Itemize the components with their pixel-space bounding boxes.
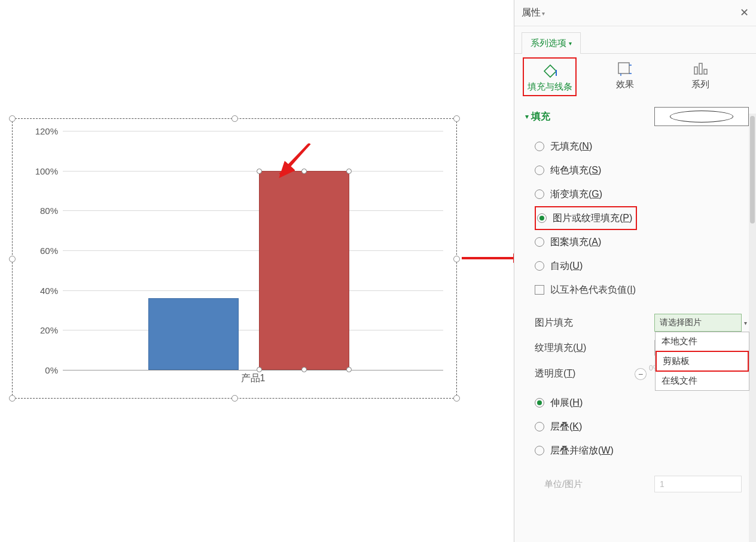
resize-handle[interactable] [231, 395, 238, 402]
chart-bar-series2-selected[interactable] [259, 171, 349, 370]
unit-per-picture-input[interactable] [654, 476, 742, 492]
svg-rect-8 [694, 67, 697, 74]
svg-rect-7 [618, 63, 629, 74]
picture-fill-label: 图片填充 [535, 317, 654, 329]
fill-option-none[interactable]: 无填充(N) [535, 134, 749, 158]
effects-icon [599, 59, 651, 79]
resize-handle[interactable] [9, 256, 16, 262]
close-icon[interactable]: ✕ [740, 8, 749, 18]
transparency-label: 透明度(T) [535, 368, 635, 380]
y-tick: 60% [26, 246, 58, 256]
mode-stack-scale[interactable]: 层叠并缩放(W) [535, 439, 749, 463]
picture-select-dropdown[interactable]: 请选择图片▾ 本地文件 剪贴板 在线文件 [654, 314, 742, 332]
bar-select-handle[interactable] [257, 367, 262, 372]
resize-handle[interactable] [9, 395, 16, 402]
chart-container[interactable]: 0% 20% 40% 60% 80% 100% 120% [12, 118, 457, 399]
ellipse-icon [670, 111, 733, 123]
chart-bar-series1[interactable] [148, 298, 239, 370]
panel-scrollbar[interactable] [749, 114, 756, 542]
tab-series[interactable]: 系列 [675, 59, 726, 95]
invert-negative-checkbox[interactable]: 以互补色代表负值(I) [535, 278, 749, 302]
bar-select-handle[interactable] [301, 169, 307, 174]
mode-stretch[interactable]: 伸展(H) [535, 391, 749, 415]
picture-option-online[interactable]: 在线文件 [656, 372, 749, 390]
svg-rect-9 [699, 63, 702, 74]
mode-stack[interactable]: 层叠(K) [535, 415, 749, 439]
section-collapse-icon[interactable]: ▾ [525, 112, 529, 121]
y-tick: 40% [26, 285, 58, 295]
tab-fill-and-line[interactable]: 填充与线条 [524, 59, 575, 95]
bar-select-handle[interactable] [346, 169, 352, 174]
bar-select-handle[interactable] [301, 367, 307, 372]
resize-handle[interactable] [231, 115, 238, 122]
chart-plot-area: 0% 20% 40% 60% 80% 100% 120% [26, 131, 443, 387]
tab-effects[interactable]: 效果 [599, 59, 651, 95]
y-tick: 120% [26, 126, 58, 136]
y-tick: 0% [26, 365, 58, 375]
chart-x-label: 产品1 [63, 372, 443, 385]
picture-select-menu: 本地文件 剪贴板 在线文件 [655, 332, 749, 391]
chart-y-axis: 0% 20% 40% 60% 80% 100% 120% [26, 131, 60, 370]
unit-per-picture-label: 单位/图片 [544, 479, 654, 490]
fill-option-auto[interactable]: 自动(U) [535, 254, 749, 278]
resize-handle[interactable] [9, 115, 16, 122]
properties-panel: 属性▾ ✕ 系列选项▾ 填充与线条 效果 系列 [514, 0, 756, 542]
paint-bucket-icon [524, 61, 575, 81]
fill-section-header[interactable]: 填充 [531, 111, 550, 123]
fill-option-pattern[interactable]: 图案填充(A) [535, 230, 749, 254]
y-tick: 100% [26, 166, 58, 176]
panel-title: 属性▾ [522, 7, 545, 19]
fill-option-solid[interactable]: 纯色填充(S) [535, 158, 749, 182]
series-options-dropdown[interactable]: 系列选项▾ [522, 32, 581, 54]
shape-preview-dropdown[interactable]: ▾ [654, 107, 749, 126]
resize-handle[interactable] [453, 395, 460, 402]
bar-chart-icon [675, 59, 726, 79]
fill-option-picture-texture[interactable]: 图片或纹理填充(P) [535, 206, 637, 230]
y-tick: 20% [26, 325, 58, 335]
y-tick: 80% [26, 206, 58, 216]
bar-select-handle[interactable] [346, 367, 352, 372]
resize-handle[interactable] [453, 115, 460, 122]
transparency-decrement-button[interactable]: − [635, 368, 647, 380]
picture-option-local[interactable]: 本地文件 [656, 332, 749, 351]
texture-fill-label: 纹理填充(U) [535, 342, 654, 354]
bar-select-handle[interactable] [257, 169, 262, 174]
scrollbar-thumb[interactable] [750, 116, 755, 223]
fill-option-gradient[interactable]: 渐变填充(G) [535, 182, 749, 206]
resize-handle[interactable] [453, 256, 460, 262]
svg-rect-10 [704, 69, 707, 74]
picture-option-clipboard[interactable]: 剪贴板 [656, 351, 749, 372]
